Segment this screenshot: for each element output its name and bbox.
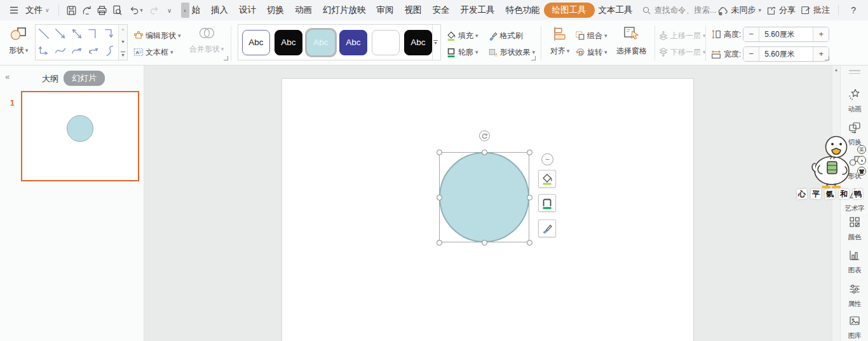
rotate-handle[interactable] <box>479 130 490 141</box>
fill-button[interactable]: 填充 ▾ <box>446 31 478 41</box>
tab-text-tools[interactable]: 文本工具 <box>599 4 633 16</box>
curved-double-arrow-connector-icon[interactable] <box>85 43 102 60</box>
sidebar-item-6[interactable]: 图表 <box>841 249 868 275</box>
ribbon-tab[interactable]: 始 <box>192 4 201 16</box>
diagonal-arrow-icon[interactable] <box>52 25 69 43</box>
sync-status-button[interactable]: 未同步 ▾ <box>717 4 762 16</box>
send-backward-button[interactable]: 下移一层 ▾ <box>658 45 706 59</box>
ribbon-tab[interactable]: 开发工具 <box>461 4 495 16</box>
ribbon-tab[interactable]: 审阅 <box>377 4 394 16</box>
freeform-curve-icon[interactable] <box>102 43 118 60</box>
resize-handle-s[interactable] <box>482 240 487 246</box>
resize-handle-sw[interactable] <box>437 240 442 246</box>
merge-shapes-button[interactable]: 合并形状▾ <box>187 26 226 55</box>
resize-handle-ne[interactable] <box>527 150 532 155</box>
more-options-icon[interactable]: ⋮ <box>864 5 868 15</box>
ribbon-tab[interactable]: 安全 <box>433 4 450 16</box>
quick-access-more-icon[interactable]: ∨ <box>162 3 177 18</box>
quick-style-brush-button[interactable] <box>538 219 556 237</box>
ribbon-tab[interactable]: 特色功能 <box>506 4 540 16</box>
resize-handle-se[interactable] <box>527 240 532 246</box>
diagonal-line-icon[interactable] <box>36 25 52 43</box>
diagonal-double-arrow-icon[interactable] <box>69 25 85 43</box>
text-box-button[interactable]: A 文本框 ▾ <box>133 45 173 59</box>
sidebar-item-1[interactable]: 动画 <box>841 88 868 114</box>
rotate-button[interactable]: 旋转 ▾ <box>575 45 607 59</box>
quick-fill-button[interactable] <box>538 170 556 188</box>
print-icon[interactable] <box>95 3 110 18</box>
format-group-dialog-launcher[interactable] <box>531 56 536 60</box>
gallery-scroll-up-icon[interactable]: ▲ <box>121 26 125 32</box>
command-search-box[interactable]: 查找命令、搜索... <box>642 5 717 16</box>
export-icon[interactable] <box>79 3 95 18</box>
file-menu-button[interactable]: 文件 ∨ <box>25 4 50 16</box>
selected-shape[interactable] <box>439 152 529 242</box>
print-preview-icon[interactable] <box>110 3 125 18</box>
insert-shape-button[interactable]: 形状▾ <box>4 26 33 56</box>
collapse-quick-tools-button[interactable]: − <box>541 153 553 165</box>
shape-style-preset[interactable]: Abc <box>404 30 432 55</box>
gallery-scroll-down-icon[interactable]: ▼ <box>121 39 125 45</box>
comment-button[interactable]: 批注 <box>800 4 830 16</box>
ribbon-tab[interactable]: 设计 <box>239 4 256 16</box>
slide-canvas[interactable]: − <box>144 66 832 341</box>
shape-style-preset[interactable]: Abc <box>307 30 335 55</box>
resize-handle-e[interactable] <box>527 195 532 200</box>
format-painter-button[interactable]: 格式刷 <box>488 31 523 41</box>
shape-group-dialog-launcher[interactable] <box>224 56 228 60</box>
sidebar-item-7[interactable]: 属性 <box>841 282 868 309</box>
share-button[interactable]: 分享 <box>766 4 796 16</box>
ribbon-tab[interactable]: 视图 <box>405 4 422 16</box>
half-moon-badge[interactable]: ◑ <box>857 156 866 165</box>
tab-drawing-tools[interactable]: 绘图工具 <box>544 3 595 18</box>
preset-gallery-more-button[interactable]: ▼ <box>432 25 438 60</box>
selection-pane-button[interactable]: 选择窗格 <box>611 25 652 57</box>
shape-style-preset[interactable]: Abc <box>372 30 400 55</box>
size-group-dialog-launcher[interactable] <box>825 56 829 60</box>
edit-shape-button[interactable]: 编辑形状 ▾ <box>133 29 181 43</box>
save-icon[interactable] <box>64 3 79 18</box>
sidebar-item-5[interactable]: 颜色 <box>841 216 868 242</box>
slide-thumbnail[interactable] <box>21 91 139 181</box>
group-button[interactable]: 组合 ▾ <box>575 29 607 43</box>
shape-effects-button[interactable]: 形状效果 ▾ <box>488 47 536 58</box>
elbow-double-arrow-connector-icon[interactable] <box>36 43 52 60</box>
height-value-field[interactable]: 5.60厘米 <box>759 27 813 41</box>
ribbon-tab[interactable]: 插入 <box>211 4 228 16</box>
sidebar-drag-handle[interactable] <box>849 70 860 76</box>
main-menu-icon[interactable] <box>6 3 22 18</box>
curved-arrow-connector-icon[interactable] <box>69 43 85 60</box>
ribbon-tab[interactable]: 动画 <box>295 4 312 16</box>
width-value-field[interactable]: 5.60厘米 <box>759 47 813 61</box>
resize-handle-n[interactable] <box>482 150 487 155</box>
collapse-panel-icon[interactable]: « <box>5 72 10 81</box>
height-decrease-button[interactable]: − <box>743 27 759 41</box>
ribbon-tab[interactable]: 切换 <box>267 4 284 16</box>
quick-outline-button[interactable] <box>538 194 556 212</box>
duck-mascot[interactable] <box>811 135 858 192</box>
language-badge[interactable]: 英 <box>857 145 866 154</box>
gallery-more-icon[interactable]: ▼ <box>121 52 125 59</box>
tab-scroll-left-button[interactable]: ‹ <box>181 3 189 18</box>
undo-icon[interactable]: ▾ <box>125 3 147 18</box>
curved-connector-icon[interactable] <box>52 43 69 60</box>
outfit-badge[interactable] <box>857 167 866 176</box>
bring-forward-button[interactable]: 上移一层 ▾ <box>658 29 706 43</box>
shape-style-preset[interactable]: Abc <box>339 30 367 55</box>
vertical-scrollbar[interactable]: ▲ <box>832 66 840 341</box>
height-increase-button[interactable]: + <box>813 27 829 41</box>
ribbon-tab[interactable]: 幻灯片放映 <box>323 4 366 16</box>
help-button[interactable]: ? <box>847 5 860 15</box>
tab-outline[interactable]: 大纲 <box>42 73 58 85</box>
scroll-up-icon[interactable]: ▲ <box>832 67 840 72</box>
align-button[interactable]: 对齐▾ <box>545 25 574 57</box>
elbow-arrow-connector-icon[interactable] <box>102 25 118 43</box>
shape-style-preset[interactable]: Abc <box>275 30 302 55</box>
resize-handle-nw[interactable] <box>437 150 442 155</box>
outline-button[interactable]: 轮廓 ▾ <box>446 47 478 58</box>
width-decrease-button[interactable]: − <box>743 47 759 61</box>
elbow-connector-icon[interactable] <box>85 25 102 43</box>
sidebar-item-8[interactable]: 图库 <box>841 314 868 340</box>
shape-style-preset[interactable]: Abc <box>242 30 270 55</box>
tab-slides[interactable]: 幻灯片 <box>64 71 105 86</box>
